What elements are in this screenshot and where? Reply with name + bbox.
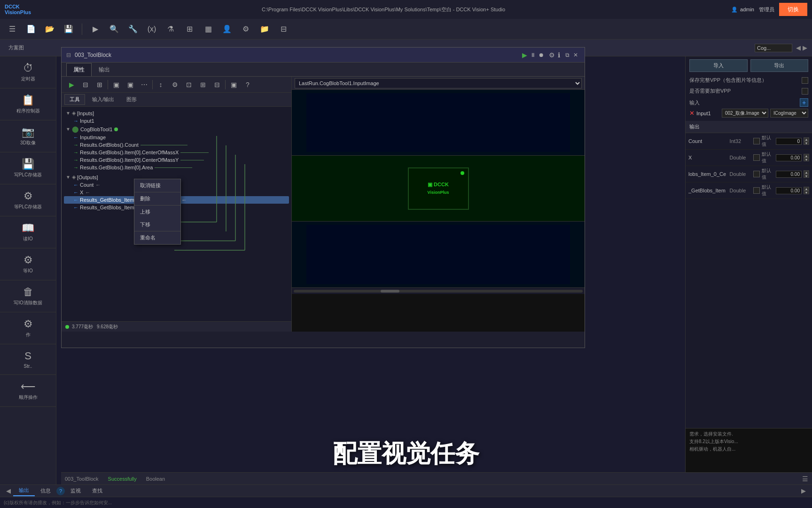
flask-icon[interactable]: ⚗ xyxy=(163,22,178,37)
nav-left-arrow[interactable]: ◀ xyxy=(4,487,13,494)
search-input[interactable] xyxy=(755,44,792,52)
run-tool-icon[interactable]: ▶ xyxy=(65,79,78,91)
vars-icon[interactable]: (x) xyxy=(144,22,159,37)
sidebar-item-wait-io[interactable]: ⚙ 等IO xyxy=(0,248,56,280)
stop-button[interactable]: ⏺ xyxy=(539,52,544,58)
btab-search[interactable]: 查找 xyxy=(86,486,108,496)
arrow-inputs[interactable]: ▼ xyxy=(66,111,70,116)
new-file-icon[interactable]: 📄 xyxy=(23,22,39,37)
tool11-icon[interactable]: ⊟ xyxy=(211,79,223,91)
sidebar-item-controller[interactable]: 📋 程序控制器 xyxy=(0,88,56,120)
open-icon[interactable]: 📂 xyxy=(42,22,57,37)
add-input-icon[interactable]: + xyxy=(800,98,808,107)
status-icon[interactable]: ☰ xyxy=(802,475,808,483)
tool8-icon[interactable]: ⚙ xyxy=(169,79,181,91)
encrypt-vpp-checkbox[interactable] xyxy=(802,88,808,95)
info-btn[interactable]: ℹ xyxy=(558,51,560,59)
tree-node-input1[interactable]: → Input1 xyxy=(64,117,289,125)
help-icon[interactable]: ? xyxy=(242,79,254,91)
tool7-icon[interactable]: ↕ xyxy=(155,79,167,91)
ctx-move-up[interactable]: 上移 xyxy=(134,206,180,218)
sidebar-item-timer[interactable]: ⏱ 定时器 xyxy=(0,56,56,88)
tool6-icon[interactable]: ⋯ xyxy=(138,79,150,91)
close-button[interactable]: ✕ xyxy=(571,51,580,59)
output-ce-spinner[interactable]: ▲ ▼ xyxy=(804,170,809,178)
maximize-button[interactable]: ⧉ xyxy=(563,51,571,59)
layout-icon[interactable]: ⊟ xyxy=(276,22,291,37)
media-icon[interactable]: ▦ xyxy=(201,22,216,37)
output-count-value[interactable] xyxy=(776,138,802,145)
ctx-move-down[interactable]: 下移 xyxy=(134,218,180,231)
output-x-checkbox[interactable] xyxy=(753,154,760,161)
prev-icon[interactable]: ◀ xyxy=(796,44,801,51)
arrow-cogblob[interactable]: ▼ xyxy=(66,127,70,132)
sidebar-item-write-plc[interactable]: 💾 写PLC存储器 xyxy=(0,152,56,184)
tree-tab-io[interactable]: 输入/输出 xyxy=(87,94,119,105)
nav-right-arrow[interactable]: ▶ xyxy=(799,487,808,494)
sidebar-item-action[interactable]: ⚙ 作 xyxy=(0,312,56,344)
sidebar-item-seq[interactable]: ⟵ 顺序操作 xyxy=(0,375,56,407)
ctx-cancel-link[interactable]: 取消链接 xyxy=(134,179,180,192)
output-area-spinner[interactable]: ▲ ▼ xyxy=(804,187,809,194)
folder-icon[interactable]: 📁 xyxy=(257,22,272,37)
output-x-value[interactable] xyxy=(776,154,802,161)
image-scrollbar[interactable] xyxy=(292,287,585,294)
tree-node-inputs[interactable]: ▼ ◈ [Inputs] xyxy=(64,109,289,117)
run-icon[interactable]: ▶ xyxy=(88,22,103,37)
tab-output[interactable]: 输出 xyxy=(92,63,117,76)
search-icon[interactable]: 🔍 xyxy=(107,22,122,37)
tool12-icon[interactable]: ▣ xyxy=(227,79,240,91)
delete-input-icon[interactable]: ✕ xyxy=(689,110,695,117)
tree-tab-graphics[interactable]: 图形 xyxy=(121,94,142,105)
output-count-checkbox[interactable] xyxy=(753,138,760,144)
btab-help-icon[interactable]: ? xyxy=(56,487,65,495)
menu-icon[interactable]: ☰ xyxy=(5,22,20,37)
tree-node-count-out[interactable]: → Results.GetBlobs().Count xyxy=(64,141,289,149)
spin-down-x[interactable]: ▼ xyxy=(804,158,809,161)
output-area-value[interactable] xyxy=(776,187,802,194)
grid-icon[interactable]: ⊞ xyxy=(182,22,197,37)
settings-icon[interactable]: ⚙ xyxy=(238,22,253,37)
sidebar-item-read-io[interactable]: 📖 读IO xyxy=(0,216,56,248)
spin-up-ce[interactable]: ▲ xyxy=(804,170,809,174)
output-count-spinner[interactable]: ▲ ▼ xyxy=(804,137,809,145)
spin-up-x[interactable]: ▲ xyxy=(804,154,809,158)
save-icon[interactable]: 💾 xyxy=(61,22,76,37)
ctx-rename[interactable]: 重命名 xyxy=(134,231,180,244)
tree-tab-tools[interactable]: 工具 xyxy=(64,94,85,105)
image-select[interactable]: LastRun.CogBlobTool1.InputImage xyxy=(295,78,582,88)
btab-info[interactable]: 信息 xyxy=(35,486,56,496)
tool5-icon[interactable]: ▣ xyxy=(124,79,136,91)
btab-monitor[interactable]: 监视 xyxy=(65,486,86,496)
output-area-checkbox[interactable] xyxy=(753,187,760,194)
scrollbar-thumb[interactable] xyxy=(381,290,399,293)
tree-node-area-out[interactable]: → Results.GetBlobs().Item[0].Area xyxy=(64,164,289,171)
settings-btn[interactable]: ⚙ xyxy=(549,51,555,59)
tool10-icon[interactable]: ⊞ xyxy=(197,79,209,91)
spin-down-ce[interactable]: ▼ xyxy=(804,174,809,178)
tree-node-massy[interactable]: → Results.GetBlobs().Item[0].CenterOfMas… xyxy=(64,156,289,164)
user-icon[interactable]: 👤 xyxy=(219,22,234,37)
tool3-icon[interactable]: ⊞ xyxy=(94,79,106,91)
sidebar-item-wait-plc[interactable]: ⚙ 等PLC存储器 xyxy=(0,184,56,216)
tool4-icon[interactable]: ▣ xyxy=(110,79,122,91)
sidebar-item-str[interactable]: S Str.. xyxy=(0,344,56,375)
tree-node-cogblob[interactable]: ▼ ⬤ CogBlobTool1 xyxy=(64,125,289,134)
btab-output[interactable]: 输出 xyxy=(13,485,35,496)
sidebar-item-3d[interactable]: 📷 3D取像 xyxy=(0,120,56,152)
run-button[interactable]: ▶ xyxy=(522,51,527,59)
tab-properties[interactable]: 属性 xyxy=(66,63,92,76)
tool1-icon[interactable]: 🔧 xyxy=(125,22,141,37)
switch-button[interactable]: 切换 xyxy=(779,3,807,16)
import-button[interactable]: 导入 xyxy=(689,59,748,72)
step-button[interactable]: ⏸ xyxy=(530,52,536,58)
output-ce-value[interactable] xyxy=(776,171,802,178)
spin-down-area[interactable]: ▼ xyxy=(804,190,809,194)
next-icon[interactable]: ▶ xyxy=(803,44,807,51)
arrow-outputs[interactable]: ▼ xyxy=(66,175,70,180)
tree-node-massx[interactable]: → Results.GetBlobs().Item[0].CenterOfMas… xyxy=(64,149,289,156)
output-ce-checkbox[interactable] xyxy=(753,171,760,177)
export-button[interactable]: 导出 xyxy=(750,59,809,72)
input-source-select[interactable]: 002_取像.Image xyxy=(722,109,768,118)
input-type-select[interactable]: ICogImage xyxy=(770,109,808,118)
